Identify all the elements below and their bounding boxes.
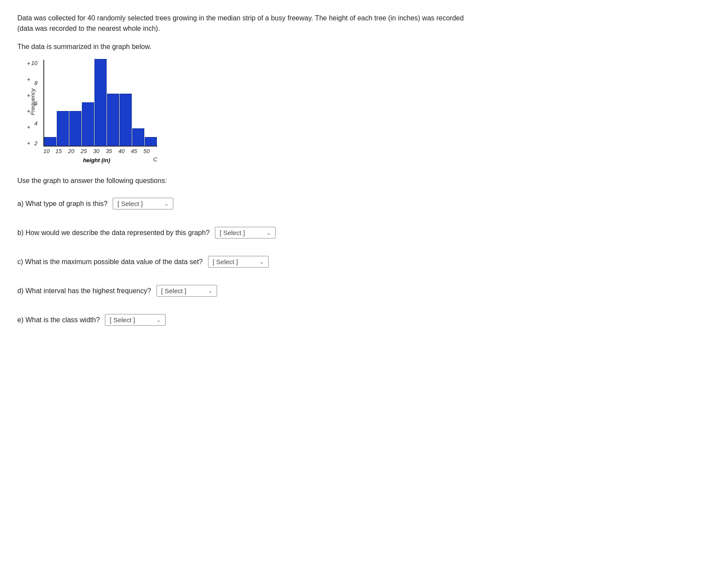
bar-50+ bbox=[145, 137, 157, 146]
x-label: 40 bbox=[118, 148, 131, 154]
y-label-3: 8 bbox=[34, 80, 37, 86]
question-row-a: a) What type of graph is this? [ Select … bbox=[17, 198, 711, 209]
chevron-down-icon: ⌄ bbox=[260, 259, 264, 265]
tick-mark: + bbox=[27, 92, 30, 99]
x-label: 30 bbox=[93, 148, 106, 154]
select-c[interactable]: [ Select ] ⌄ bbox=[208, 256, 269, 268]
question-b-text: b) How would we describe the data repres… bbox=[17, 229, 210, 237]
select-d[interactable]: [ Select ] ⌄ bbox=[156, 285, 217, 297]
x-label: 10 bbox=[43, 148, 55, 154]
question-e-text: e) What is the class width? bbox=[17, 316, 100, 324]
select-b[interactable]: [ Select ] ⌄ bbox=[215, 227, 276, 239]
intro-line2: (data was recorded to the nearest whole … bbox=[17, 23, 711, 34]
select-c-label: [ Select ] bbox=[213, 258, 238, 265]
x-label: 20 bbox=[68, 148, 81, 154]
y-label-0: 2 bbox=[34, 140, 37, 147]
x-label: 25 bbox=[81, 148, 93, 154]
intro-line1: Data was collected for 40 randomly selec… bbox=[17, 13, 711, 23]
x-label: 50 bbox=[143, 148, 156, 154]
bar-35-40 bbox=[107, 94, 119, 146]
question-row-b: b) How would we describe the data repres… bbox=[17, 227, 711, 239]
x-axis-title: height (in) bbox=[43, 157, 150, 163]
graph-label: The data is summarized in the graph belo… bbox=[17, 42, 711, 52]
intro-paragraph: Data was collected for 40 randomly selec… bbox=[17, 13, 711, 34]
bar-45-50 bbox=[132, 128, 144, 146]
chevron-down-icon: ⌄ bbox=[164, 201, 169, 207]
question-c-text: c) What is the maximum possible data val… bbox=[17, 258, 203, 266]
chevron-down-icon: ⌄ bbox=[156, 317, 161, 323]
bar-40-45 bbox=[120, 94, 132, 146]
select-b-label: [ Select ] bbox=[220, 229, 245, 236]
question-a-text: a) What type of graph is this? bbox=[17, 200, 107, 208]
histogram-container: Frequency + + + + + + 2 4 6 8 10 10 15 2… bbox=[43, 60, 711, 164]
question-row-d: d) What interval has the highest frequen… bbox=[17, 285, 711, 297]
select-e-label: [ Select ] bbox=[110, 316, 135, 324]
question-row-c: c) What is the maximum possible data val… bbox=[17, 256, 711, 268]
x-label: 45 bbox=[131, 148, 143, 154]
copyright-mark: C bbox=[153, 156, 157, 163]
questions-section: Use the graph to answer the following qu… bbox=[17, 177, 711, 326]
bar-10-15 bbox=[44, 137, 56, 146]
select-a-label: [ Select ] bbox=[117, 200, 143, 207]
select-e[interactable]: [ Select ] ⌄ bbox=[105, 314, 166, 326]
y-label-4: 10 bbox=[31, 60, 37, 66]
question-row-e: e) What is the class width? [ Select ] ⌄ bbox=[17, 314, 711, 326]
x-label: 15 bbox=[55, 148, 68, 154]
select-a[interactable]: [ Select ] ⌄ bbox=[113, 198, 173, 209]
bar-25-30 bbox=[82, 102, 94, 146]
tick-mark: + bbox=[27, 140, 30, 147]
tick-mark: + bbox=[27, 124, 30, 131]
chart-area bbox=[43, 60, 157, 147]
tick-mark: + bbox=[27, 76, 30, 83]
question-d-text: d) What interval has the highest frequen… bbox=[17, 287, 151, 295]
y-label-2: 6 bbox=[34, 100, 37, 107]
use-graph-instruction: Use the graph to answer the following qu… bbox=[17, 177, 711, 185]
bar-30-35 bbox=[94, 59, 107, 146]
x-axis-title-row: height (in) C bbox=[43, 155, 157, 163]
bar-20-25 bbox=[69, 111, 81, 146]
y-label-1: 4 bbox=[34, 120, 37, 127]
x-label: 35 bbox=[106, 148, 118, 154]
chevron-down-icon: ⌄ bbox=[208, 288, 212, 294]
select-d-label: [ Select ] bbox=[161, 287, 186, 294]
bar-15-20 bbox=[57, 111, 69, 146]
tick-mark: + bbox=[27, 60, 30, 67]
tick-mark: + bbox=[27, 108, 30, 114]
y-tick-marks: + + + + + + bbox=[27, 60, 30, 147]
chevron-down-icon: ⌄ bbox=[266, 230, 271, 236]
